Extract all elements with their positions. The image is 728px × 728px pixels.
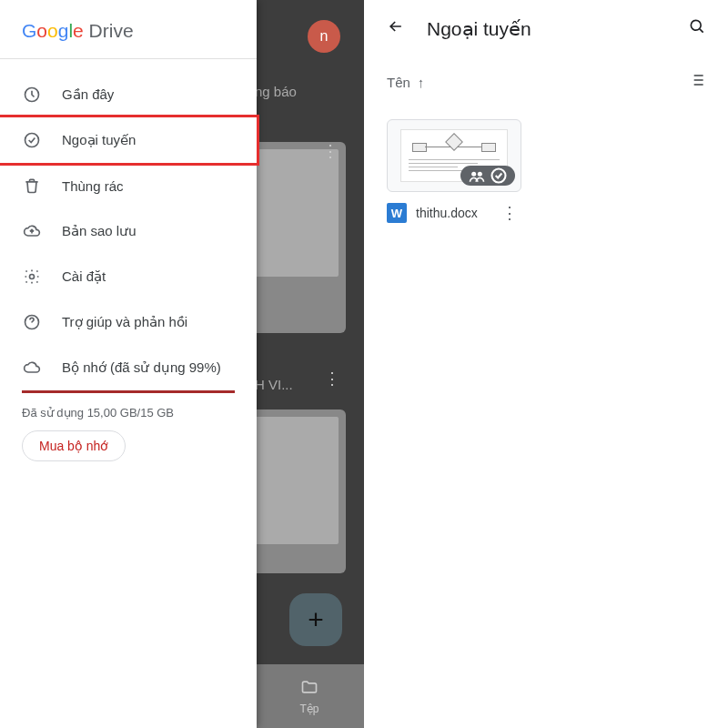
- offline-icon: [22, 130, 42, 150]
- svg-point-2: [30, 275, 35, 279]
- drawer-list: Gần đây Ngoại tuyến Thùng rác Bản sao lư…: [0, 59, 257, 461]
- more-icon[interactable]: ⋮: [322, 149, 339, 153]
- help-icon: [22, 312, 42, 332]
- buy-storage-button[interactable]: Mua bộ nhớ: [22, 430, 126, 461]
- drawer-item-label: Ngoại tuyến: [62, 132, 136, 148]
- gear-icon: [22, 267, 42, 287]
- trash-icon: [22, 176, 42, 196]
- cloud-icon: [22, 358, 42, 378]
- drawer-item-label: Thùng rác: [62, 178, 124, 194]
- shared-offline-badge: [460, 166, 515, 186]
- drive-word: Drive: [89, 20, 134, 41]
- drawer-item-settings[interactable]: Cài đặt: [0, 254, 257, 299]
- file-info-row: W thithu.docx ⋮: [387, 203, 521, 223]
- drawer-header: Google Drive: [0, 0, 257, 59]
- arrow-up-icon: ↑: [418, 75, 425, 90]
- drawer-item-label: Bản sao lưu: [62, 223, 136, 239]
- partial-text: ng báo: [255, 84, 297, 99]
- word-file-icon: W: [387, 203, 407, 223]
- file-card[interactable]: [246, 410, 346, 573]
- drawer-item-trash[interactable]: Thùng rác: [0, 163, 257, 208]
- file-more-button[interactable]: ⋮: [498, 207, 521, 219]
- svg-point-1: [25, 134, 39, 147]
- avatar[interactable]: n: [308, 20, 340, 53]
- left-screenshot: n ng báo ⋮ H VI... ⋮ + Tệp Google Drive: [0, 0, 364, 728]
- file-tile[interactable]: W thithu.docx ⋮: [387, 119, 521, 223]
- list-view-toggle[interactable]: [688, 71, 706, 94]
- drawer-item-help[interactable]: Trợ giúp và phản hồi: [0, 299, 257, 345]
- sort-label: Tên: [387, 75, 410, 90]
- drawer-item-label: Cài đặt: [62, 268, 106, 285]
- drawer-item-label: Trợ giúp và phản hồi: [62, 314, 187, 330]
- file-thumbnail[interactable]: [387, 119, 521, 192]
- file-card[interactable]: ⋮: [246, 142, 346, 333]
- sort-by-name[interactable]: Tên ↑: [387, 75, 424, 90]
- offline-header: Ngoại tuyến: [365, 0, 728, 58]
- folder-icon: [300, 678, 318, 701]
- fab-add-button[interactable]: +: [289, 593, 342, 646]
- bottom-nav-label: Tệp: [299, 703, 318, 715]
- drawer-item-label: Gần đây: [62, 86, 114, 103]
- sort-row: Tên ↑: [365, 58, 728, 103]
- file-name: thithu.docx: [416, 206, 489, 220]
- navigation-drawer: Google Drive Gần đây Ngoại tuyến: [0, 0, 257, 728]
- svg-point-6: [478, 172, 482, 177]
- cloud-upload-icon: [22, 221, 42, 241]
- drawer-item-offline[interactable]: Ngoại tuyến: [0, 115, 259, 166]
- drawer-item-backup[interactable]: Bản sao lưu: [0, 208, 257, 254]
- storage-bar: [22, 390, 235, 393]
- partial-text: H VI...: [255, 377, 293, 392]
- search-button[interactable]: [682, 12, 712, 46]
- back-button[interactable]: [381, 12, 410, 46]
- clock-icon: [22, 85, 42, 105]
- storage-usage-text: Đã sử dụng 15,00 GB/15 GB: [0, 406, 257, 430]
- drawer-item-recent[interactable]: Gần đây: [0, 72, 257, 117]
- google-logo: Google: [22, 20, 89, 41]
- file-grid: W thithu.docx ⋮: [365, 103, 728, 239]
- right-screenshot: Ngoại tuyến Tên ↑: [364, 0, 728, 728]
- more-icon[interactable]: ⋮: [324, 377, 340, 380]
- svg-point-4: [691, 20, 701, 30]
- svg-point-5: [471, 172, 476, 177]
- drawer-item-label: Bộ nhớ (đã sử dụng 99%): [62, 359, 221, 376]
- drawer-item-storage[interactable]: Bộ nhớ (đã sử dụng 99%): [0, 345, 257, 390]
- page-title: Ngoại tuyến: [427, 18, 682, 40]
